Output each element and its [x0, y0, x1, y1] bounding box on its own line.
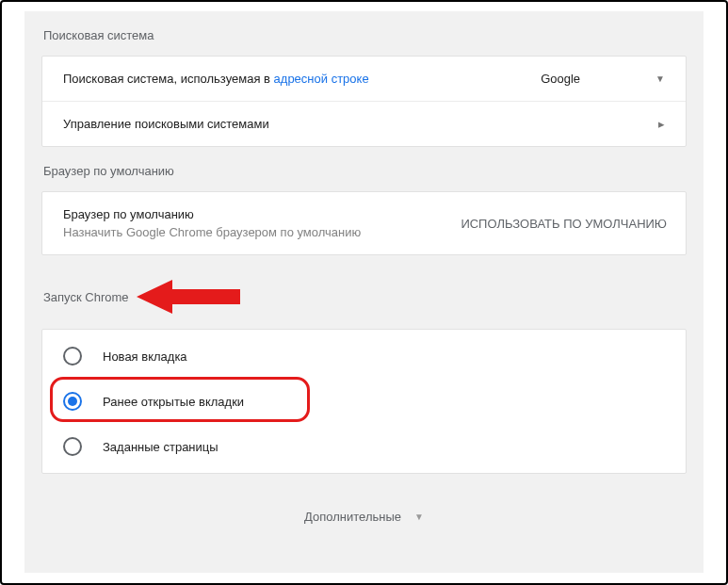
search-engine-label: Поисковая система, используемая в адресн…	[63, 72, 541, 86]
startup-option-label: Ранее открытые вкладки	[103, 395, 244, 409]
manage-search-engines-label: Управление поисковыми системами	[63, 117, 658, 131]
default-browser-header: Браузер по умолчанию	[24, 147, 704, 191]
search-used-in-text: Поисковая система, используемая в	[63, 72, 274, 86]
search-engine-card: Поисковая система, используемая в адресн…	[41, 56, 687, 147]
red-arrow-annotation	[137, 278, 240, 316]
search-engine-selected: Google	[541, 72, 580, 86]
startup-option-label: Новая вкладка	[103, 349, 187, 364]
startup-option-new-tab[interactable]: Новая вкладка	[42, 333, 686, 379]
default-browser-card: Браузер по умолчанию Назначить Google Ch…	[41, 191, 687, 255]
chevron-right-icon: ▸	[658, 117, 665, 131]
svg-marker-0	[137, 280, 240, 314]
startup-card: Новая вкладка Ранее открытые вкладки Зад…	[41, 329, 687, 474]
radio-icon	[63, 347, 82, 366]
manage-search-engines-row[interactable]: Управление поисковыми системами ▸	[42, 101, 686, 146]
search-engine-dropdown[interactable]: Google ▼	[541, 72, 665, 86]
startup-header: Запуск Chrome	[43, 290, 129, 304]
address-bar-link[interactable]: адресной строке	[274, 72, 369, 86]
radio-icon	[63, 437, 82, 456]
advanced-label: Дополнительные	[304, 510, 401, 524]
use-default-button[interactable]: ИСПОЛЬЗОВАТЬ ПО УМОЛЧАНИЮ	[442, 217, 686, 231]
chevron-down-icon: ▼	[414, 512, 424, 522]
dropdown-arrow-icon: ▼	[655, 73, 665, 84]
search-engine-row: Поисковая система, используемая в адресн…	[42, 57, 686, 101]
radio-selected-icon	[63, 392, 82, 411]
default-browser-subtitle: Назначить Google Chrome браузером по умо…	[63, 225, 421, 239]
search-engine-header: Поисковая система	[24, 11, 704, 56]
startup-option-specific[interactable]: Заданные страницы	[42, 424, 686, 469]
startup-option-previous[interactable]: Ранее открытые вкладки	[42, 379, 686, 424]
advanced-toggle[interactable]: Дополнительные ▼	[24, 474, 704, 524]
default-browser-title: Браузер по умолчанию	[63, 207, 421, 221]
startup-option-label: Заданные страницы	[103, 440, 218, 454]
